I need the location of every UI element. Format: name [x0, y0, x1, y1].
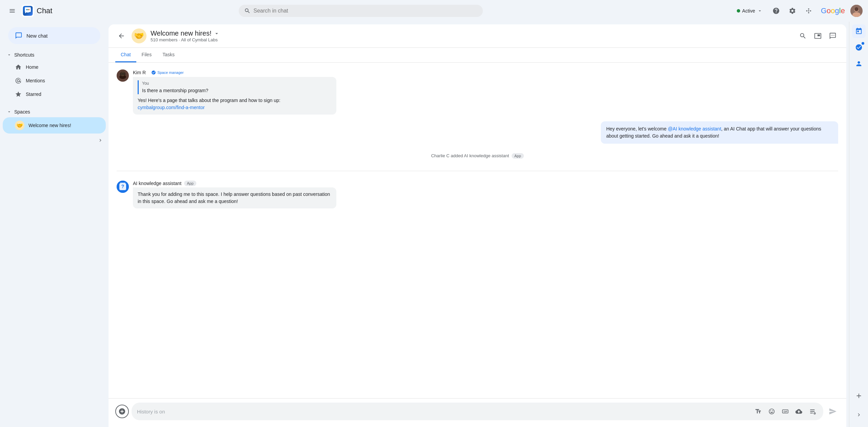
video-call-button[interactable] [811, 29, 825, 43]
search-chat-button[interactable] [796, 29, 810, 43]
gif-button[interactable]: GIF [780, 406, 791, 417]
rail-calendar-icon[interactable] [852, 24, 866, 38]
message-input-box: GIF [132, 403, 823, 420]
shortcuts-collapse-icon [7, 53, 12, 57]
help-button[interactable] [769, 4, 783, 18]
ai-msg-header: AI knowledge assistant App [133, 181, 838, 186]
user-avatar[interactable] [850, 5, 863, 17]
svg-text:?: ? [121, 184, 124, 189]
emoji-button[interactable] [766, 406, 777, 417]
kim-r-msg-content: Kim R Space manager You Is there a mento… [133, 69, 838, 115]
space-emoji: 🤝 [15, 121, 24, 130]
messages-area: Kim R Space manager You Is there a mento… [108, 63, 846, 398]
ai-assistant-message-group: ? AI knowledge assistant App Thank you f… [117, 181, 838, 208]
new-chat-icon [15, 32, 22, 39]
mentions-label: Mentions [26, 78, 45, 83]
sidebar-item-mentions[interactable]: Mentions [3, 74, 106, 87]
svg-rect-25 [810, 411, 814, 412]
message-input[interactable] [137, 409, 750, 414]
tab-tasks[interactable]: Tasks [157, 48, 180, 62]
back-button[interactable] [115, 30, 127, 42]
sent-bubble: Hey everyone, let's welcome @AI knowledg… [601, 121, 838, 144]
search-input[interactable] [253, 8, 477, 14]
new-chat-button[interactable]: New chat [8, 27, 100, 44]
hamburger-menu-button[interactable] [5, 4, 19, 18]
sidebar-item-home[interactable]: Home [3, 60, 106, 74]
ai-sender-name: AI knowledge assistant [133, 181, 181, 186]
status-dot [737, 9, 740, 13]
send-button[interactable] [826, 405, 840, 418]
quoted-content: Is there a mentorship program? [142, 87, 332, 94]
reply-text: Yes! Here's a page that talks about the … [138, 97, 332, 111]
message-group-kimr: Kim R Space manager You Is there a mento… [117, 69, 838, 115]
svg-rect-21 [120, 183, 125, 183]
threads-button[interactable] [826, 29, 840, 43]
shortcuts-section-header[interactable]: Shortcuts [3, 49, 106, 60]
chat-header: 🤝 Welcome new hires! 510 members · All o… [108, 24, 846, 48]
status-button[interactable]: Active [733, 6, 767, 16]
text-format-button[interactable] [753, 406, 764, 417]
svg-rect-24 [810, 409, 814, 410]
svg-point-4 [26, 9, 27, 10]
upload-button[interactable] [793, 406, 804, 417]
tasks-badge [862, 42, 864, 45]
tab-files[interactable]: Files [136, 48, 157, 62]
sidebar-top-section: New chat Shortcuts Home Mentions Starred [0, 24, 108, 134]
chat-title-chevron-icon [214, 30, 220, 37]
chat-subtitle: 510 members · All of Cymbal Labs [151, 37, 220, 42]
input-area: GIF [108, 398, 846, 427]
apps-button[interactable] [802, 4, 815, 18]
google-logo: Google [821, 6, 845, 15]
svg-point-10 [854, 7, 859, 11]
rail-tasks-icon[interactable] [852, 41, 866, 54]
sidebar-item-starred[interactable]: Starred [3, 87, 106, 101]
starred-icon [15, 91, 22, 98]
rail-add-button[interactable] [852, 389, 866, 403]
app-logo [22, 5, 34, 17]
sidebar-space-item-welcome[interactable]: 🤝 Welcome new hires! [3, 117, 106, 134]
svg-point-5 [27, 9, 28, 10]
search-bar[interactable] [239, 5, 483, 17]
search-icon [244, 7, 251, 14]
kim-r-msg-header: Kim R Space manager [133, 69, 838, 76]
chat-space-emoji: 🤝 [132, 28, 146, 43]
kim-r-avatar [117, 69, 129, 82]
mentor-link[interactable]: cymbalgroup.com/find-a-mentor [138, 105, 205, 110]
svg-point-6 [28, 9, 29, 10]
quoted-text: You Is there a mentorship program? [138, 80, 332, 94]
app-title: Chat [37, 6, 52, 15]
sidebar-expand-button[interactable] [95, 135, 106, 146]
home-label: Home [26, 64, 38, 70]
right-rail [849, 22, 868, 427]
header-left: Chat [5, 4, 114, 18]
header-search [239, 5, 483, 17]
settings-button[interactable] [786, 4, 799, 18]
home-icon [15, 64, 22, 70]
chat-title[interactable]: Welcome new hires! [151, 29, 220, 37]
svg-rect-26 [810, 413, 813, 413]
rail-expand-button[interactable] [852, 408, 866, 422]
new-chat-label: New chat [26, 33, 48, 39]
chat-header-actions [796, 29, 840, 43]
input-row: GIF [115, 403, 840, 420]
chat-tabs: Chat Files Tasks [108, 48, 846, 63]
chat-header-info: 🤝 Welcome new hires! 510 members · All o… [132, 28, 796, 43]
status-label: Active [742, 8, 755, 14]
chat-title-area: Welcome new hires! 510 members · All of … [151, 29, 220, 42]
tab-chat[interactable]: Chat [115, 48, 136, 62]
spaces-section-header[interactable]: Spaces [3, 106, 106, 117]
ai-msg-content: AI knowledge assistant App Thank you for… [133, 181, 838, 208]
kim-r-space-manager-badge: Space manager [149, 69, 186, 76]
ai-bubble: Thank you for adding me to this space. I… [133, 187, 336, 208]
ai-avatar: ? [117, 181, 129, 193]
sent-message: Hey everyone, let's welcome @AI knowledg… [137, 121, 838, 144]
rail-contacts-icon[interactable] [852, 57, 866, 70]
starred-label: Starred [26, 92, 41, 97]
main-content: 🤝 Welcome new hires! 510 members · All o… [108, 24, 846, 427]
ai-assistant-mention[interactable]: @AI knowledge assistant [668, 126, 721, 131]
chevron-down-icon [757, 8, 763, 14]
more-options-button[interactable] [807, 406, 818, 417]
spaces-label: Spaces [14, 109, 30, 115]
main-layout: New chat Shortcuts Home Mentions Starred [0, 22, 868, 427]
input-add-button[interactable] [115, 405, 129, 418]
